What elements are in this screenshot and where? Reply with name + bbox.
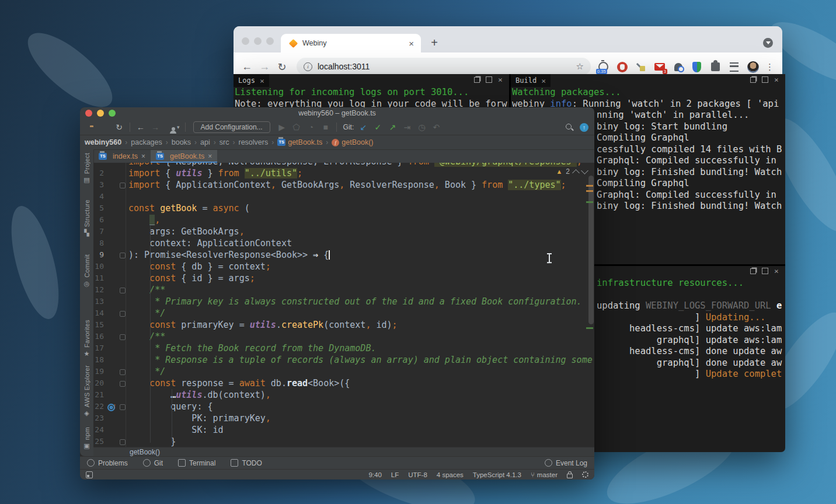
- breadcrumb-item[interactable]: webiny560: [85, 138, 121, 146]
- deploy-pane-window-controls[interactable]: ×: [750, 268, 779, 274]
- navigate-forward-button[interactable]: →: [150, 123, 161, 132]
- close-icon[interactable]: ×: [498, 77, 503, 83]
- new-tab-button[interactable]: +: [426, 34, 443, 51]
- toolwindow-button-git[interactable]: Git: [143, 459, 163, 467]
- site-info-icon[interactable]: i: [304, 62, 312, 71]
- adblock-extension-icon[interactable]: [616, 61, 628, 73]
- close-icon[interactable]: ×: [260, 76, 264, 85]
- code-editor[interactable]: import { Response, NotFoundResponse, Err…: [93, 163, 594, 447]
- timer-extension-icon[interactable]: 0.35: [597, 61, 609, 73]
- sync-button[interactable]: ↻: [114, 123, 124, 132]
- url-text[interactable]: localhost:3011: [318, 62, 576, 71]
- git-update-button[interactable]: ↙: [358, 123, 368, 132]
- prev-issue-button[interactable]: [572, 169, 580, 177]
- editor-tab-getBook-ts[interactable]: TSgetBook.ts×: [151, 150, 217, 163]
- sidebar-item-commit[interactable]: Commit◎: [80, 254, 93, 287]
- run-button[interactable]: ▶: [277, 123, 287, 132]
- close-icon[interactable]: ×: [774, 268, 779, 274]
- fold-marker[interactable]: [120, 334, 126, 340]
- git-commit-button[interactable]: ✓: [372, 123, 383, 132]
- sidebar-item-project[interactable]: Project▤: [80, 153, 93, 183]
- colorpicker-extension-icon[interactable]: [635, 61, 647, 73]
- extensions-puzzle-button[interactable]: [709, 61, 722, 73]
- breadcrumb-item[interactable]: packages: [131, 138, 162, 146]
- browser-window-controls[interactable]: [242, 37, 274, 45]
- line-ending[interactable]: LF: [391, 471, 399, 478]
- tab-close-icon[interactable]: ×: [141, 152, 145, 160]
- fold-marker[interactable]: [120, 404, 126, 410]
- sidebar-item-npm[interactable]: npm▣: [80, 427, 93, 449]
- playlist-extension-icon[interactable]: [728, 61, 740, 73]
- toolwindow-button-terminal[interactable]: Terminal: [178, 459, 215, 467]
- typescript-version[interactable]: TypeScript 4.1.3: [473, 471, 521, 478]
- search-extension-icon[interactable]: [672, 61, 684, 73]
- close-icon[interactable]: ×: [541, 76, 546, 85]
- git-push-button[interactable]: ↗: [387, 123, 398, 132]
- stop-button[interactable]: ■: [321, 123, 331, 132]
- maximize-icon[interactable]: [486, 76, 492, 83]
- restore-icon[interactable]: [750, 268, 756, 274]
- history-button[interactable]: ◷: [416, 123, 427, 132]
- next-issue-button[interactable]: [581, 167, 588, 174]
- file-encoding[interactable]: UTF-8: [408, 471, 427, 478]
- tab-close-icon[interactable]: ×: [208, 152, 212, 160]
- lock-icon[interactable]: [567, 474, 573, 478]
- sidebar-item-structure[interactable]: Structure▚: [80, 200, 93, 236]
- profile-button[interactable]: ◔: [306, 123, 316, 132]
- profile-avatar[interactable]: [747, 61, 759, 73]
- settings-gear-icon[interactable]: [582, 471, 588, 478]
- browser-tab-webiny[interactable]: Webiny ×: [281, 34, 421, 52]
- git-merge-button[interactable]: ⇥: [402, 123, 412, 132]
- sticky-context-bar[interactable]: getBook(): [93, 447, 594, 456]
- breadcrumb-item[interactable]: getBook(): [342, 138, 373, 146]
- scrollbar-thumb[interactable]: [588, 176, 594, 324]
- breadcrumb-item[interactable]: books: [172, 138, 191, 146]
- git-branch-widget[interactable]: ⑂master: [531, 471, 558, 478]
- restore-icon[interactable]: [750, 77, 756, 83]
- warning-stripe[interactable]: [586, 185, 593, 187]
- tab-close-icon[interactable]: ×: [407, 39, 415, 48]
- back-button[interactable]: ←: [238, 61, 256, 73]
- logs-pane-window-controls[interactable]: ×: [474, 76, 503, 83]
- caret-position[interactable]: 9:40: [368, 471, 381, 478]
- fold-marker[interactable]: [120, 288, 126, 293]
- shield-extension-icon[interactable]: [691, 61, 703, 73]
- editor-tab-index-ts[interactable]: TSindex.ts×: [93, 150, 151, 163]
- fold-marker[interactable]: [120, 381, 126, 387]
- logs-tab[interactable]: Logs ×: [234, 74, 269, 87]
- fold-marker[interactable]: [120, 369, 126, 375]
- zoom-window-button[interactable]: [266, 37, 274, 45]
- forward-button[interactable]: →: [256, 61, 273, 73]
- debug-button[interactable]: ⬠: [291, 123, 302, 132]
- breadcrumb-item[interactable]: getBook.ts: [288, 138, 322, 146]
- close-window-button[interactable]: [242, 37, 249, 45]
- mail-extension-icon[interactable]: 3: [653, 61, 666, 73]
- breadcrumb-item[interactable]: resolvers: [238, 138, 268, 146]
- breadcrumb-item[interactable]: src: [220, 138, 229, 146]
- fold-marker[interactable]: [120, 253, 126, 258]
- maximize-icon[interactable]: [762, 76, 768, 83]
- navigate-back-button[interactable]: ←: [135, 123, 146, 132]
- minimize-window-button[interactable]: [254, 37, 262, 45]
- warning-stripe[interactable]: [586, 190, 593, 192]
- fold-marker[interactable]: [120, 311, 126, 317]
- toolwindow-button-problems[interactable]: Problems: [87, 459, 128, 467]
- build-pane-window-controls[interactable]: ×: [750, 76, 779, 83]
- restore-icon[interactable]: [474, 77, 480, 83]
- ide-title-bar[interactable]: webiny560 – getBook.ts: [80, 107, 594, 120]
- toolwindow-button-todo[interactable]: TODO: [231, 459, 262, 467]
- sidebar-item-favorites[interactable]: Favorites★: [80, 320, 93, 357]
- hide-tool-windows-button[interactable]: [86, 471, 93, 478]
- sidebar-item-aws-explorer[interactable]: AWS Explorer◈: [80, 365, 93, 416]
- ide-update-icon[interactable]: ↑: [580, 123, 588, 132]
- maximize-icon[interactable]: [762, 268, 768, 274]
- tab-search-button[interactable]: [763, 38, 773, 48]
- add-configuration-button[interactable]: Add Configuration...: [193, 121, 270, 133]
- fold-marker[interactable]: [120, 183, 126, 188]
- ok-stripe[interactable]: [586, 201, 593, 203]
- breadcrumb-item[interactable]: api: [200, 138, 210, 146]
- search-everywhere-icon[interactable]: [566, 124, 573, 131]
- fold-marker[interactable]: [120, 439, 126, 445]
- ok-stripe[interactable]: [586, 327, 593, 329]
- close-icon[interactable]: ×: [774, 77, 779, 83]
